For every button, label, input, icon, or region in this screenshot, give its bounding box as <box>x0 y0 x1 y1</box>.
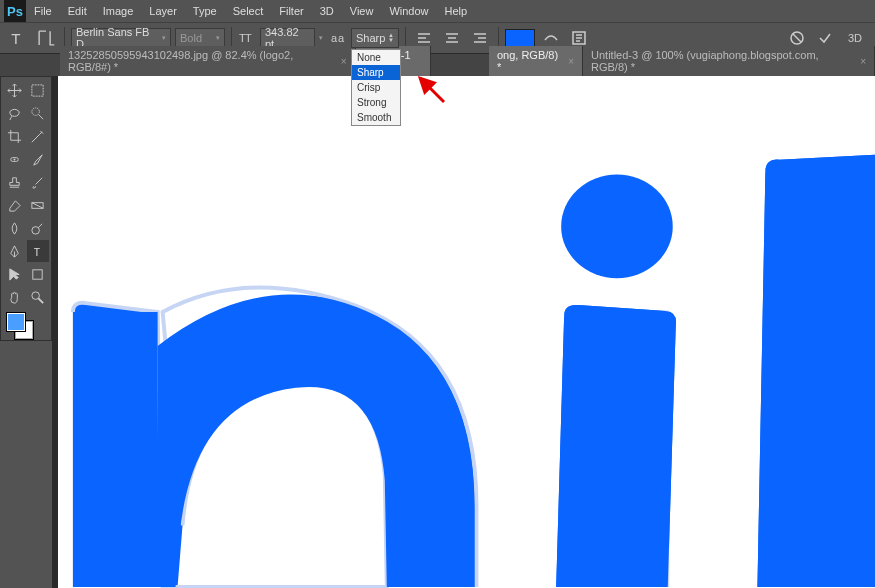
svg-text:T: T <box>11 30 20 47</box>
antialias-dropdown: None Sharp Crisp Strong Smooth <box>351 49 401 126</box>
menu-bar: Ps File Edit Image Layer Type Select Fil… <box>0 0 875 22</box>
menu-edit[interactable]: Edit <box>60 2 95 20</box>
menu-layer[interactable]: Layer <box>141 2 185 20</box>
menu-filter[interactable]: Filter <box>271 2 311 20</box>
text-color-swatch[interactable] <box>505 29 535 47</box>
close-icon[interactable]: × <box>341 56 347 67</box>
lasso-tool-icon[interactable] <box>3 102 25 124</box>
document-tab-bar: 13252850595943102498.jpg @ 82.4% (logo2,… <box>0 54 875 76</box>
menu-file[interactable]: File <box>26 2 60 20</box>
svg-point-8 <box>32 107 40 115</box>
font-style-select[interactable]: Bold ▾ <box>175 28 225 48</box>
menu-window[interactable]: Window <box>381 2 436 20</box>
tab-label: Untitled-3 @ 100% (vugiaphong.blogspot.c… <box>591 49 854 73</box>
eyedropper-tool-icon[interactable] <box>27 125 49 147</box>
document-tab[interactable]: 13252850595943102498.jpg @ 82.4% (logo2,… <box>60 46 356 76</box>
gradient-tool-icon[interactable] <box>27 194 49 216</box>
path-select-tool-icon[interactable] <box>3 263 25 285</box>
aa-option-smooth[interactable]: Smooth <box>352 110 400 125</box>
svg-text:a: a <box>338 32 345 44</box>
svg-point-14 <box>32 291 40 299</box>
chevron-down-icon: ▾ <box>216 34 220 42</box>
canvas[interactable] <box>58 76 875 588</box>
move-tool-icon[interactable] <box>3 79 25 101</box>
aa-option-crisp[interactable]: Crisp <box>352 80 400 95</box>
menu-view[interactable]: View <box>342 2 382 20</box>
stamp-tool-icon[interactable] <box>3 171 25 193</box>
workspace <box>52 76 875 588</box>
document-tab-partial[interactable]: ong, RGB/8) * × <box>489 46 583 76</box>
menu-image[interactable]: Image <box>95 2 142 20</box>
svg-text:T: T <box>245 32 252 44</box>
text-orientation-icon[interactable] <box>34 26 58 50</box>
crop-tool-icon[interactable] <box>3 125 25 147</box>
healing-tool-icon[interactable] <box>3 148 25 170</box>
stepper-arrows-icon: ▲▼ <box>388 33 394 43</box>
hand-tool-icon[interactable] <box>3 286 25 308</box>
quick-select-tool-icon[interactable] <box>27 102 49 124</box>
brush-tool-icon[interactable] <box>27 148 49 170</box>
blur-tool-icon[interactable] <box>3 217 25 239</box>
svg-point-11 <box>32 226 40 234</box>
antialias-select[interactable]: Sharp ▲▼ None Sharp Crisp Strong Smooth <box>351 28 399 48</box>
menu-type[interactable]: Type <box>185 2 225 20</box>
canvas-content <box>58 76 875 588</box>
menu-3d[interactable]: 3D <box>312 2 342 20</box>
shape-tool-icon[interactable] <box>27 263 49 285</box>
dodge-tool-icon[interactable] <box>27 217 49 239</box>
svg-rect-7 <box>32 84 43 95</box>
tab-label: 13252850595943102498.jpg @ 82.4% (logo2,… <box>68 49 335 73</box>
eraser-tool-icon[interactable] <box>3 194 25 216</box>
close-icon[interactable]: × <box>568 56 574 67</box>
svg-text:T: T <box>34 247 41 258</box>
tools-panel: T <box>0 76 52 341</box>
color-picker[interactable] <box>3 311 49 341</box>
menu-help[interactable]: Help <box>437 2 476 20</box>
zoom-tool-icon[interactable] <box>27 286 49 308</box>
antialias-value: Sharp <box>356 32 385 44</box>
chevron-down-icon: ▾ <box>162 34 166 42</box>
chevron-down-icon[interactable]: ▾ <box>317 32 325 44</box>
tab-label-suffix: ong, RGB/8) * <box>497 49 562 73</box>
close-icon[interactable]: × <box>860 56 866 67</box>
font-style-value: Bold <box>180 32 202 44</box>
pen-tool-icon[interactable] <box>3 240 25 262</box>
svg-text:a: a <box>331 32 338 44</box>
svg-rect-13 <box>33 269 42 278</box>
font-family-select[interactable]: Berlin Sans FB D… ▾ <box>71 28 171 48</box>
menu-select[interactable]: Select <box>225 2 272 20</box>
aa-option-strong[interactable]: Strong <box>352 95 400 110</box>
font-size-input[interactable]: 343.82 pt <box>260 28 315 48</box>
type-tool-preset-icon[interactable]: T <box>6 26 30 50</box>
app-logo: Ps <box>4 0 26 22</box>
aa-option-none[interactable]: None <box>352 50 400 65</box>
aa-option-sharp[interactable]: Sharp <box>352 65 400 80</box>
foreground-color-swatch[interactable] <box>7 313 25 331</box>
document-tab[interactable]: Untitled-3 @ 100% (vugiaphong.blogspot.c… <box>583 46 875 76</box>
type-tool-icon[interactable]: T <box>27 240 49 262</box>
svg-point-15 <box>561 175 673 279</box>
align-center-icon[interactable] <box>440 26 464 50</box>
history-brush-tool-icon[interactable] <box>27 171 49 193</box>
marquee-tool-icon[interactable] <box>27 79 49 101</box>
